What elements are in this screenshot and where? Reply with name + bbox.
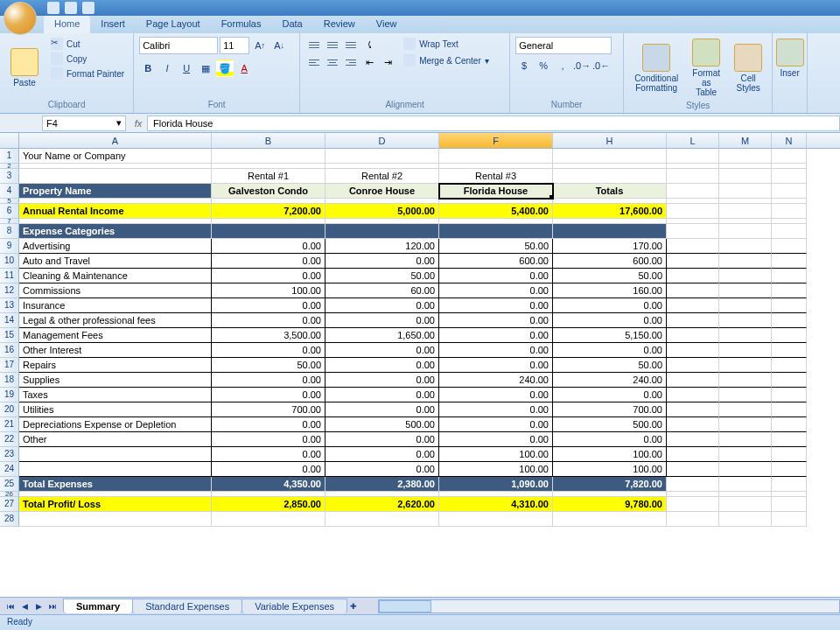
cell-B15[interactable]: 3,500.00	[212, 328, 326, 343]
cell-M6[interactable]	[719, 204, 772, 219]
cell-L22[interactable]	[667, 432, 719, 447]
cell-F4[interactable]: Florida House	[439, 184, 553, 199]
cell-B3[interactable]: Rental #1	[212, 169, 326, 184]
cell-H23[interactable]: 100.00	[553, 447, 667, 462]
paste-button[interactable]: Paste	[5, 37, 44, 98]
cell-F20[interactable]: 0.00	[439, 402, 553, 417]
cell-D22[interactable]: 0.00	[326, 432, 439, 447]
cut-button[interactable]: ✂Cut	[47, 37, 128, 51]
cell-L28[interactable]	[667, 512, 719, 527]
cell-F9[interactable]: 50.00	[439, 239, 553, 254]
row-header-24[interactable]: 24	[0, 462, 19, 477]
cell-H4[interactable]: Totals	[553, 184, 667, 199]
cell-H15[interactable]: 5,150.00	[553, 328, 667, 343]
cell-D23[interactable]: 0.00	[326, 447, 439, 462]
cell-H16[interactable]: 0.00	[553, 343, 667, 358]
cell-L4[interactable]	[667, 184, 719, 199]
row-header-17[interactable]: 17	[0, 358, 19, 373]
cell-A13[interactable]: Insurance	[19, 298, 212, 313]
cell-F10[interactable]: 600.00	[439, 254, 553, 269]
cell-N16[interactable]	[772, 343, 807, 358]
conditional-formatting-button[interactable]: Conditional Formatting	[629, 37, 683, 99]
row-header-20[interactable]: 20	[0, 402, 19, 417]
cell-B19[interactable]: 0.00	[212, 388, 326, 402]
cell-M8[interactable]	[719, 224, 772, 239]
cell-F3[interactable]: Rental #3	[439, 169, 553, 184]
col-header-L[interactable]: L	[667, 133, 719, 148]
cell-M28[interactable]	[719, 512, 772, 527]
cell-B1[interactable]	[212, 149, 326, 164]
row-header-21[interactable]: 21	[0, 417, 19, 432]
underline-button[interactable]: U	[178, 60, 195, 77]
format-painter-button[interactable]: Format Painter	[47, 66, 128, 80]
cell-L1[interactable]	[667, 149, 719, 164]
cell-M22[interactable]	[719, 432, 772, 447]
cell-L14[interactable]	[667, 313, 719, 328]
undo-icon[interactable]	[65, 2, 77, 14]
decrease-indent-button[interactable]: ⇤	[360, 54, 378, 70]
cell-H14[interactable]: 0.00	[553, 313, 667, 328]
office-button[interactable]	[4, 2, 37, 35]
name-box[interactable]: F4▾	[42, 116, 126, 131]
col-header-M[interactable]: M	[719, 133, 772, 148]
cell-L17[interactable]	[667, 358, 719, 373]
cell-N20[interactable]	[772, 402, 807, 417]
cell-D6[interactable]: 5,000.00	[326, 204, 439, 219]
cell-F13[interactable]: 0.00	[439, 298, 553, 313]
cell-N22[interactable]	[772, 432, 807, 447]
cell-A19[interactable]: Taxes	[19, 388, 212, 402]
copy-button[interactable]: Copy	[47, 52, 128, 66]
row-header-18[interactable]: 18	[0, 373, 19, 388]
cell-N3[interactable]	[772, 169, 807, 184]
cell-M4[interactable]	[719, 184, 772, 199]
cell-A14[interactable]: Legal & other professional fees	[19, 313, 212, 328]
grow-font-button[interactable]: A↑	[251, 37, 269, 54]
cell-M13[interactable]	[719, 298, 772, 313]
cell-F1[interactable]	[439, 149, 553, 164]
bold-button[interactable]: B	[139, 60, 157, 77]
cell-H12[interactable]: 160.00	[553, 284, 667, 298]
cell-H11[interactable]: 50.00	[553, 269, 667, 284]
cell-B6[interactable]: 7,200.00	[212, 204, 326, 219]
cell-N24[interactable]	[772, 462, 807, 477]
cell-N11[interactable]	[772, 269, 807, 284]
wrap-text-button[interactable]: Wrap Text	[400, 37, 493, 51]
cell-F12[interactable]: 0.00	[439, 284, 553, 298]
cell-F15[interactable]: 0.00	[439, 328, 553, 343]
decrease-decimal-button[interactable]: .0←	[592, 57, 610, 74]
horizontal-scrollbar[interactable]	[378, 599, 840, 613]
cell-D3[interactable]: Rental #2	[326, 169, 439, 184]
cell-A21[interactable]: Depreciations Expense or Depletion	[19, 417, 212, 432]
row-header-9[interactable]: 9	[0, 239, 19, 254]
cell-D21[interactable]: 500.00	[326, 417, 439, 432]
cell-N27[interactable]	[772, 497, 807, 512]
cell-H27[interactable]: 9,780.00	[553, 497, 667, 512]
cell-M16[interactable]	[719, 343, 772, 358]
cell-D11[interactable]: 50.00	[326, 269, 439, 284]
col-header-F[interactable]: F	[439, 133, 553, 148]
cell-A17[interactable]: Repairs	[19, 358, 212, 373]
row-header-8[interactable]: 8	[0, 224, 19, 239]
cell-H3[interactable]	[553, 169, 667, 184]
cell-M18[interactable]	[719, 373, 772, 388]
cell-B14[interactable]: 0.00	[212, 313, 326, 328]
row-header-28[interactable]: 28	[0, 512, 19, 527]
select-all-corner[interactable]	[0, 133, 19, 148]
cell-L24[interactable]	[667, 462, 719, 477]
cell-N15[interactable]	[772, 328, 807, 343]
cell-H13[interactable]: 0.00	[553, 298, 667, 313]
cell-H28[interactable]	[553, 512, 667, 527]
cell-L6[interactable]	[667, 204, 719, 219]
cell-L25[interactable]	[667, 477, 719, 492]
cell-A15[interactable]: Management Fees	[19, 328, 212, 343]
row-header-19[interactable]: 19	[0, 388, 19, 402]
cell-N18[interactable]	[772, 373, 807, 388]
cell-H19[interactable]: 0.00	[553, 388, 667, 402]
cell-H9[interactable]: 170.00	[553, 239, 667, 254]
cell-D4[interactable]: Conroe House	[326, 184, 439, 199]
cell-A12[interactable]: Commissions	[19, 284, 212, 298]
cell-B9[interactable]: 0.00	[212, 239, 326, 254]
cell-N1[interactable]	[772, 149, 807, 164]
cell-B16[interactable]: 0.00	[212, 343, 326, 358]
insert-cells-button[interactable]: Inser	[778, 37, 802, 80]
